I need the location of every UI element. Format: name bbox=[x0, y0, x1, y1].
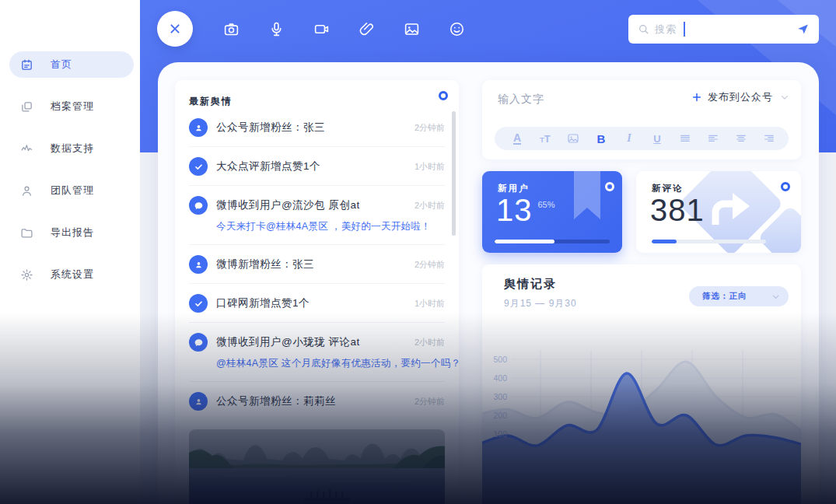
sidebar-item-label: 数据支持 bbox=[51, 142, 94, 156]
plus-icon bbox=[691, 92, 702, 103]
sidebar-item-label: 系统设置 bbox=[51, 268, 94, 282]
send-icon[interactable] bbox=[796, 23, 810, 36]
feed-item-time: 2分钟前 bbox=[415, 122, 445, 134]
sidebar-item-icon bbox=[20, 142, 33, 156]
feed-item-text: 大众点评新增点赞1个 bbox=[216, 159, 320, 173]
feed-item-time: 2分钟前 bbox=[415, 259, 445, 271]
camera-button[interactable] bbox=[217, 15, 245, 43]
feed-item-text: 公众号新增粉丝：莉莉丝 bbox=[216, 394, 336, 408]
sidebar-item-gear[interactable]: 系统设置 bbox=[9, 261, 134, 288]
feed-item[interactable]: 口碑网新增点赞1个 1小时前 bbox=[189, 283, 445, 322]
feed-item-time: 2分钟前 bbox=[415, 396, 445, 408]
microphone-icon bbox=[268, 21, 285, 37]
sidebar-item-label: 档案管理 bbox=[51, 100, 94, 114]
image-button[interactable] bbox=[397, 15, 425, 43]
feed-list: 公众号新增粉丝：张三 2分钟前 大众点评新增点赞1个 1小时前 微博收到用户@流… bbox=[189, 108, 445, 420]
svg-text:200: 200 bbox=[493, 411, 507, 420]
feed-item-icon bbox=[189, 294, 208, 313]
align-right-button[interactable] bbox=[761, 132, 778, 145]
image-icon bbox=[404, 21, 420, 37]
camera-icon bbox=[223, 21, 240, 37]
bookmark-ribbon-icon bbox=[574, 171, 600, 219]
feed-scrollbar-thumb[interactable] bbox=[452, 111, 456, 236]
feed-item-subtext: 今天来打卡@桂林4A景区 ，美好的一天开始啦！ bbox=[216, 220, 445, 233]
feed-item-text: 微博新增粉丝：张三 bbox=[216, 257, 314, 271]
feed-item-icon bbox=[189, 157, 208, 176]
trend-chart: 100200300400500 bbox=[482, 339, 801, 504]
progress-fill bbox=[495, 240, 554, 243]
sentiment-chart-card: 舆情记录 9月15 — 9月30 筛选：正向 100200300400500 bbox=[482, 264, 801, 504]
video-icon bbox=[313, 21, 330, 37]
feed-item[interactable]: 微博新增粉丝：张三 2分钟前 bbox=[189, 244, 445, 283]
sidebar-item-copy[interactable]: 档案管理 bbox=[9, 93, 134, 120]
sidebar-item-icon bbox=[20, 184, 33, 198]
feed-photo-preview bbox=[189, 429, 445, 504]
feed-title: 最新舆情 bbox=[189, 96, 233, 107]
feed-card: 最新舆情 公众号新增粉丝：张三 2分钟前 大众点评新增点赞1个 1小时前 微博收… bbox=[175, 80, 459, 504]
underline-button[interactable]: U bbox=[649, 133, 666, 145]
svg-text:300: 300 bbox=[493, 392, 507, 401]
feed-item-icon bbox=[189, 392, 208, 411]
chevron-down-icon bbox=[771, 292, 781, 302]
sidebar-nav: 首页 档案管理 数据支持 团队管理 导出报告 系统设置 bbox=[0, 51, 140, 303]
align-left-button[interactable] bbox=[705, 132, 722, 145]
emoji-icon bbox=[449, 21, 465, 37]
feed-item-time: 1小时前 bbox=[415, 298, 445, 310]
chart-title: 舆情记录 bbox=[504, 277, 557, 292]
align-justify-button[interactable] bbox=[677, 132, 694, 145]
feed-item[interactable]: 大众点评新增点赞1个 1小时前 bbox=[189, 146, 445, 185]
chevron-down-icon[interactable] bbox=[779, 92, 790, 103]
emoji-button[interactable] bbox=[442, 15, 470, 43]
status-ring-icon bbox=[605, 182, 614, 191]
header-toolbar bbox=[217, 15, 488, 43]
feed-status-ring-icon[interactable] bbox=[439, 91, 448, 100]
sidebar-item-label: 团队管理 bbox=[51, 184, 94, 198]
svg-text:500: 500 bbox=[493, 355, 507, 364]
video-button[interactable] bbox=[307, 15, 335, 43]
composer-input[interactable]: 输入文字 bbox=[498, 93, 544, 107]
align-center-button[interactable] bbox=[733, 132, 750, 145]
sidebar: 首页 档案管理 数据支持 团队管理 导出报告 系统设置 bbox=[0, 0, 140, 504]
feed-item-text: 公众号新增粉丝：张三 bbox=[216, 121, 325, 135]
attachment-icon bbox=[359, 21, 375, 37]
svg-text:400: 400 bbox=[493, 373, 507, 383]
stat-percent: 65% bbox=[538, 200, 555, 209]
sidebar-item-folder[interactable]: 导出报告 bbox=[9, 219, 134, 246]
publish-button[interactable]: 发布到公众号 bbox=[691, 90, 790, 104]
progress-bar bbox=[495, 240, 610, 243]
feed-item[interactable]: 微博收到用户@流沙包 原创at 2小时前 今天来打卡@桂林4A景区 ，美好的一天… bbox=[189, 185, 445, 244]
feed-item-icon bbox=[189, 118, 208, 137]
sidebar-item-team[interactable]: 团队管理 bbox=[9, 177, 134, 204]
italic-button[interactable]: I bbox=[621, 132, 638, 145]
image-button[interactable] bbox=[565, 132, 582, 145]
chart-date-range: 9月15 — 9月30 bbox=[504, 297, 577, 310]
feed-item[interactable]: 公众号新增粉丝：莉莉丝 2分钟前 bbox=[189, 381, 445, 420]
progress-fill bbox=[652, 240, 677, 243]
format-toolbar: ATTBIU bbox=[495, 127, 789, 150]
feed-item-time: 2小时前 bbox=[415, 337, 445, 348]
sidebar-item-pulse[interactable]: 数据支持 bbox=[9, 135, 134, 162]
feed-item-icon bbox=[189, 333, 208, 352]
search-box[interactable]: 搜索 bbox=[628, 15, 819, 44]
search-icon bbox=[638, 23, 649, 35]
svg-text:100: 100 bbox=[493, 429, 507, 439]
sidebar-item-icon bbox=[20, 226, 33, 240]
publish-label: 发布到公众号 bbox=[708, 90, 773, 104]
new-comments-card: 新评论 381 bbox=[636, 171, 801, 253]
close-button[interactable] bbox=[157, 11, 193, 47]
feed-item[interactable]: 微博收到用户@小珑珑 评论at 2小时前 @桂林4A景区 这个月底好像有优惠活动… bbox=[189, 322, 445, 381]
bold-button[interactable]: B bbox=[593, 132, 610, 145]
feed-header: 最新舆情 bbox=[189, 80, 445, 108]
font-color-button[interactable]: A bbox=[509, 132, 526, 145]
feed-item[interactable]: 公众号新增粉丝：张三 2分钟前 bbox=[189, 108, 445, 146]
font-size-button[interactable]: TT bbox=[537, 133, 554, 145]
sidebar-item-label: 首页 bbox=[51, 58, 72, 72]
sidebar-item-label: 导出报告 bbox=[51, 226, 94, 240]
stat-value: 381 bbox=[650, 193, 705, 228]
filter-dropdown[interactable]: 筛选：正向 bbox=[689, 286, 789, 306]
sidebar-item-home[interactable]: 首页 bbox=[9, 51, 134, 78]
dashboard-root: 首页 档案管理 数据支持 团队管理 导出报告 系统设置 bbox=[0, 0, 836, 504]
microphone-button[interactable] bbox=[262, 15, 290, 43]
attachment-button[interactable] bbox=[352, 15, 380, 43]
text-caret bbox=[684, 22, 685, 37]
